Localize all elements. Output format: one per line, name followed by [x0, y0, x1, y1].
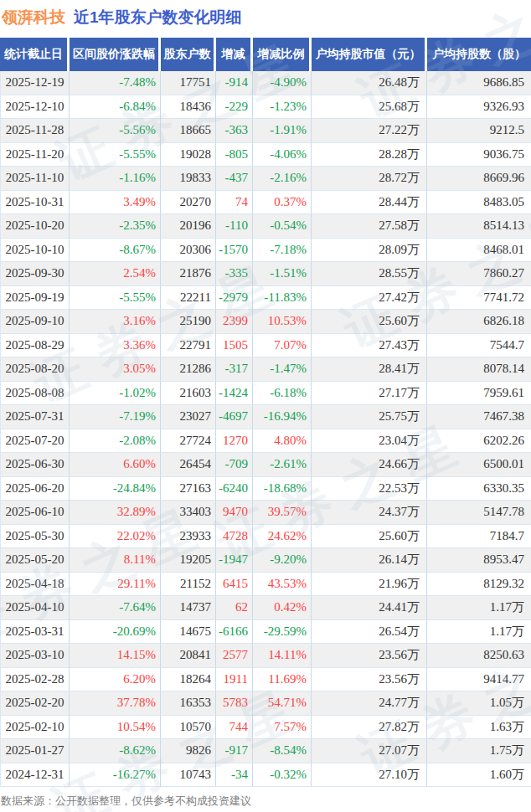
avg-value-cell: 24.66万 — [312, 453, 427, 477]
delta-pct-cell: -7.18% — [253, 239, 312, 263]
avg-value-cell: 23.56万 — [312, 668, 427, 692]
price-change-cell: -7.19% — [70, 405, 161, 429]
avg-value-cell: 27.82万 — [312, 716, 427, 740]
holders-cell: 18665 — [161, 119, 216, 143]
shareholder-table: 统计截止日区间股价涨跌幅股东户数增减增减比例户均持股市值（元）户均持股数（股） … — [0, 38, 531, 787]
delta-cell: -917 — [216, 739, 253, 763]
table-header-row: 统计截止日区间股价涨跌幅股东户数增减增减比例户均持股市值（元）户均持股数（股） — [0, 38, 531, 71]
avg-shares-cell: 1.75万 — [427, 739, 531, 763]
avg-shares-cell: 8129.32 — [427, 573, 531, 597]
price-change-cell: 3.16% — [70, 310, 161, 334]
table-row: 2025-11-28-5.56%18665-363-1.91%27.22万921… — [0, 119, 531, 143]
delta-cell: -229 — [216, 95, 253, 120]
column-header-delta: 增减 — [216, 38, 253, 71]
table-row: 2025-11-10-1.16%19833-437-2.16%28.72万866… — [0, 167, 531, 191]
holders-cell: 19833 — [161, 167, 216, 191]
avg-shares-cell: 8468.01 — [427, 239, 531, 263]
holders-cell: 19205 — [161, 548, 216, 573]
delta-cell: 1270 — [216, 429, 253, 454]
holders-cell: 21152 — [161, 573, 216, 597]
delta-cell: -1570 — [216, 239, 253, 263]
report-subtitle: 近1年股东户数变化明细 — [74, 8, 242, 26]
holders-cell: 21286 — [161, 357, 216, 382]
delta-pct-cell: 43.53% — [253, 573, 312, 597]
avg-value-cell: 28.72万 — [312, 167, 427, 191]
avg-shares-cell: 6330.35 — [427, 477, 531, 501]
price-change-cell: 14.15% — [70, 644, 161, 668]
holders-cell: 21876 — [161, 262, 216, 286]
column-header-date: 统计截止日 — [0, 38, 70, 71]
avg-shares-cell: 6500.01 — [427, 453, 531, 477]
table-row: 2025-05-208.11%19205-1947-9.20%26.14万895… — [0, 548, 531, 573]
avg-shares-cell: 1.60万 — [427, 763, 531, 788]
holders-cell: 14737 — [161, 596, 216, 620]
delta-cell: 6415 — [216, 573, 253, 597]
date-cell: 2025-08-29 — [0, 334, 70, 358]
table-row: 2024-12-31-16.27%10743-34-0.32%27.10万1.6… — [0, 763, 531, 788]
table-row: 2025-01-27-8.62%9826-917-8.54%27.07万1.75… — [0, 739, 531, 763]
date-cell: 2025-11-10 — [0, 167, 70, 191]
avg-value-cell: 27.07万 — [312, 739, 427, 763]
column-header-holders: 股东户数 — [161, 38, 216, 71]
holders-cell: 9826 — [161, 739, 216, 763]
price-change-cell: -2.08% — [70, 429, 161, 454]
price-change-cell: -5.56% — [70, 119, 161, 143]
delta-pct-cell: 54.71% — [253, 691, 312, 716]
date-cell: 2025-12-10 — [0, 95, 70, 120]
table-row: 2025-06-306.60%26454-709-2.61%24.66万6500… — [0, 453, 531, 477]
holders-cell: 23027 — [161, 405, 216, 429]
delta-pct-cell: 4.80% — [253, 429, 312, 454]
delta-pct-cell: -29.59% — [253, 620, 312, 645]
avg-shares-cell: 8078.14 — [427, 357, 531, 382]
avg-value-cell: 28.55万 — [312, 262, 427, 286]
delta-cell: -363 — [216, 119, 253, 143]
delta-pct-cell: 10.53% — [253, 310, 312, 334]
date-cell: 2025-06-10 — [0, 501, 70, 525]
date-cell: 2025-10-20 — [0, 214, 70, 239]
avg-shares-cell: 8669.96 — [427, 167, 531, 191]
delta-pct-cell: -0.32% — [253, 763, 312, 788]
table-row: 2025-06-20-24.84%27163-6240-18.68%22.53万… — [0, 477, 531, 501]
delta-cell: -6166 — [216, 620, 253, 645]
company-name: 领湃科技 — [2, 8, 65, 26]
delta-pct-cell: -2.16% — [253, 167, 312, 191]
delta-pct-cell: -1.23% — [253, 95, 312, 120]
column-header-avg-shares: 户均持股数（股） — [427, 38, 531, 71]
date-cell: 2025-07-31 — [0, 405, 70, 429]
table-row: 2025-04-10-7.64%14737620.42%24.41万1.17万 — [0, 596, 531, 620]
avg-value-cell: 24.41万 — [312, 596, 427, 620]
avg-shares-cell: 8953.47 — [427, 548, 531, 573]
avg-value-cell: 27.43万 — [312, 334, 427, 358]
table-header: 统计截止日区间股价涨跌幅股东户数增减增减比例户均持股市值（元）户均持股数（股） — [0, 38, 531, 71]
table-row: 2025-08-08-1.02%21603-1424-6.18%27.17万79… — [0, 382, 531, 406]
avg-value-cell: 25.68万 — [312, 95, 427, 120]
avg-value-cell: 23.56万 — [312, 644, 427, 668]
column-header-avg-value: 户均持股市值（元） — [312, 38, 427, 71]
avg-shares-cell: 7959.61 — [427, 382, 531, 406]
delta-pct-cell: -0.54% — [253, 214, 312, 239]
avg-value-cell: 25.60万 — [312, 525, 427, 549]
delta-cell: -709 — [216, 453, 253, 477]
holders-cell: 25190 — [161, 310, 216, 334]
delta-pct-cell: -16.94% — [253, 405, 312, 429]
table-row: 2025-02-2037.78%16353578354.71%24.77万1.0… — [0, 691, 531, 716]
avg-shares-cell: 7860.27 — [427, 262, 531, 286]
column-header-delta-pct: 增减比例 — [253, 38, 312, 71]
delta-cell: -1424 — [216, 382, 253, 406]
delta-cell: 74 — [216, 191, 253, 215]
holders-cell: 27724 — [161, 429, 216, 454]
avg-value-cell: 25.75万 — [312, 405, 427, 429]
avg-shares-cell: 9036.75 — [427, 143, 531, 167]
delta-pct-cell: -1.51% — [253, 262, 312, 286]
delta-cell: 1505 — [216, 334, 253, 358]
shareholder-count-report: 领湃科技近1年股东户数变化明细 统计截止日区间股价涨跌幅股东户数增减增减比例户均… — [0, 0, 531, 812]
avg-value-cell: 25.60万 — [312, 310, 427, 334]
date-cell: 2025-10-31 — [0, 191, 70, 215]
avg-shares-cell: 1.05万 — [427, 691, 531, 716]
avg-shares-cell: 1.63万 — [427, 716, 531, 740]
date-cell: 2025-08-20 — [0, 357, 70, 382]
price-change-cell: -20.69% — [70, 620, 161, 645]
delta-pct-cell: -4.90% — [253, 71, 312, 95]
avg-value-cell: 24.77万 — [312, 691, 427, 716]
delta-pct-cell: -1.91% — [253, 119, 312, 143]
